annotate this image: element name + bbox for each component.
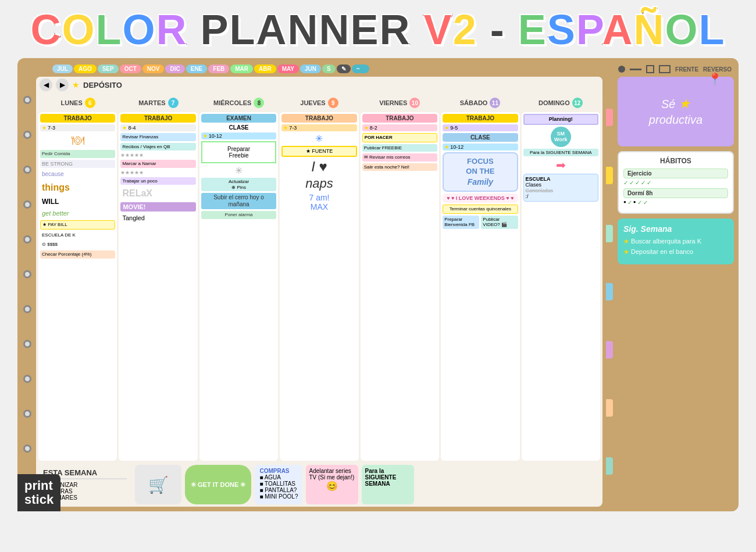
miercoles-subir: Subir el cerro hoy o mañana (201, 193, 276, 209)
tab-mar[interactable]: MAR (230, 64, 253, 73)
tab-feb[interactable]: FEB (208, 64, 229, 73)
days-header: LUNES 6 MARTES 7 MIÉRCOLES 8 JUEVES 9 (36, 95, 602, 110)
lunes-because: because (40, 170, 115, 179)
jueves-label: JUEVES (300, 99, 325, 106)
day-col-jueves: TRABAJO ★ 7-3 ✳ ★ FUENTE I ♥naps 7 am!MA… (280, 112, 358, 461)
sig-semana-title: Sig. Semana (623, 224, 728, 234)
reverso-label[interactable]: REVERSO (703, 66, 732, 73)
tab-abr[interactable]: ABR (254, 64, 276, 73)
lunes-pedir: Pedir Comida (40, 150, 115, 158)
viernes-publicar: Publicar FREEBIE (362, 144, 437, 152)
sabado-preparar: Preparar Bienvenida FB (443, 216, 479, 229)
miercoles-label: MIÉRCOLES (213, 99, 251, 106)
escuela-sad: :/ (526, 193, 596, 199)
main-title: COLOR PLANNER V2 - ESPAÑOL (31, 6, 726, 53)
lunes-pay-bill: ★ PAY BILL (40, 220, 115, 230)
adelantar-text: Adelantar series TV (Si me dejan!) (309, 468, 355, 481)
martes-trabajo: TRABAJO (120, 114, 195, 123)
sabado-clase: CLASE (443, 133, 518, 142)
lunes-food-icon: 🍽 (40, 133, 115, 148)
domingo-siguiente: Para la SIGUIENTE SEMANA (523, 149, 598, 157)
sticky-note: 📍 Sé ★ productiva (618, 77, 734, 146)
jueves-fuente: ★ FUENTE (281, 146, 356, 157)
smiley-icon: 😊 (309, 481, 355, 492)
watermark-line1: print (24, 479, 54, 493)
tab-dic[interactable]: DIC (165, 64, 184, 73)
planner-container: JUL AGO SEP OCT NOV DIC ENE FEB MAR ABR … (17, 58, 739, 511)
planner-body: ◀ ▶ ★ DEPÓSITO LUNES 6 MARTES 7 (22, 77, 734, 507)
miercoles-time: ★ 10-12 (201, 132, 276, 139)
miercoles-num: 8 (254, 98, 264, 108)
tab-ago[interactable]: AGO (74, 64, 97, 73)
side-tab-6 (606, 399, 613, 417)
tab-sep[interactable]: SEP (98, 64, 119, 73)
day-header-domingo: DOMINGO 12 (521, 96, 600, 109)
martes-movie: MOVIE! (120, 202, 195, 212)
tab-nov[interactable]: NOV (142, 64, 165, 73)
tab-icon2[interactable]: ~ (352, 64, 369, 73)
tab-oct[interactable]: OCT (120, 64, 141, 73)
siguiente-semana-box: Para la SIGUIENTE SEMANA (362, 465, 414, 504)
day-col-domingo: Planning! SMWork Para la SIGUIENTE SEMAN… (522, 112, 600, 461)
day-col-martes: TRABAJO ★ 8-4 Revisar Finanzas Recibos /… (119, 112, 197, 461)
sabado-clase-time: ★ 10-12 (443, 144, 518, 150)
compras-agua: ■ AGUA (259, 474, 298, 481)
day-col-miercoles: EXAMEN CLASE ★ 10-12 PrepararFreebie ✳ A… (199, 112, 278, 461)
lunes-things: things (40, 181, 115, 194)
lunes-trabajo: TRABAJO (40, 114, 115, 123)
sig-item-1: ★ Buscar alberquita para K (623, 237, 728, 245)
planner-inner: ◀ ▶ ★ DEPÓSITO LUNES 6 MARTES 7 (36, 77, 602, 507)
martes-marcar: Marcar a Narnar (120, 160, 195, 168)
nav-forward-button[interactable]: ▶ (56, 78, 69, 91)
jueves-7am: 7 am!MAX (281, 193, 356, 212)
main-grid: TRABAJO ★ 7-3 🍽 Pedir Comida BE STRONG b… (36, 110, 602, 463)
ctrl-line (630, 69, 641, 70)
sabado-bottom-row: Preparar Bienvenida FB Publicar VIDEO? 🎬 (443, 216, 518, 229)
frente-label[interactable]: FRENTE (675, 66, 698, 73)
habit-dormi-checks: ●✓●✓✓ (623, 199, 728, 206)
tab-ene[interactable]: ENE (186, 64, 208, 73)
domingo-escuela: ESCUELA Clases Canceladas :/ (523, 174, 598, 202)
nav-back-button[interactable]: ◀ (40, 78, 52, 91)
domingo-label: DOMINGO (539, 99, 570, 106)
day-header-sabado: SÁBADO 11 (440, 96, 519, 109)
sabado-publicar: Publicar VIDEO? 🎬 (481, 216, 518, 229)
tab-s[interactable]: S (322, 64, 336, 73)
lunes-will: WILL (40, 196, 115, 207)
tab-jun[interactable]: JUN (300, 64, 321, 73)
tab-may[interactable]: MAY (277, 64, 299, 73)
jueves-time: ★ 7-3 (281, 124, 356, 131)
focus-line3: Family (447, 177, 513, 187)
ctrl-square (646, 65, 654, 73)
focus-box: FOCUS ON THE Family (443, 152, 518, 192)
sabado-time: ★ 9-5 (443, 124, 518, 131)
compras-toallitas: ■ TOALLITAS (259, 481, 298, 487)
day-header-viernes: VIERNES 10 (360, 96, 439, 109)
lunes-num: 6 (85, 98, 95, 108)
lunes-ssss: ⊙ $$$$ (40, 241, 115, 249)
martes-stars2: ★★★★★ (120, 170, 195, 175)
viernes-num: 10 (409, 98, 420, 108)
martes-stars1: ★★★★★ (120, 152, 195, 158)
escuela-canceladas: Canceladas (526, 188, 596, 193)
domingo-planning: Planning! (523, 114, 598, 125)
viernes-trabajo: TRABAJO (362, 114, 437, 123)
get-it-done-button[interactable]: ✳ GET IT DONE ✳ (185, 465, 251, 504)
tab-jul[interactable]: JUL (52, 64, 73, 73)
sig-item-2: ★ Depositar en el banco (623, 248, 728, 256)
side-tab-2 (606, 167, 613, 184)
side-tabs (606, 77, 614, 507)
lunes-label: LUNES (61, 99, 83, 106)
habits-title: HÁBITOS (623, 157, 728, 165)
day-col-viernes: TRABAJO ★ 8-2 POR HACER Publicar FREEBIE… (361, 112, 439, 461)
ctrl-dot (618, 66, 625, 73)
compras-pantalla: ■ PANTALLA? (259, 487, 298, 493)
day-col-sabado: TRABAJO ★ 9-5 CLASE ★ 10-12 FOCUS ON THE… (441, 112, 519, 461)
tab-icon1[interactable]: ✎ (337, 64, 351, 73)
siguiente-label: Para la SIGUIENTE SEMANA (365, 468, 411, 487)
domingo-sm-work: SMWork (523, 127, 598, 147)
habit-dormi-row: Dormí 8h ●✓●✓✓ (623, 188, 728, 206)
lunes-checar: Checar Porcentaje (4%) (40, 250, 115, 259)
martes-relax: RELaX (120, 187, 195, 200)
nav-row: ◀ ▶ ★ DEPÓSITO (36, 77, 602, 93)
